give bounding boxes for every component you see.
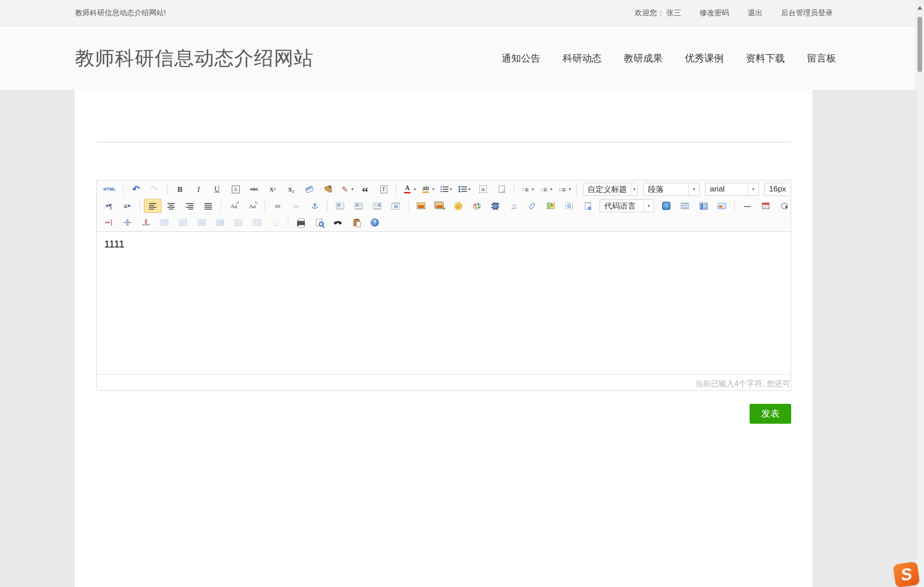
link-button[interactable]: ∞ (269, 199, 286, 213)
direction-rtl-button[interactable]: ≡ (118, 199, 136, 213)
scrollbar[interactable] (916, 0, 924, 587)
insert-map-button[interactable] (542, 199, 559, 213)
google-map-button[interactable]: G (560, 199, 578, 213)
font-size-select[interactable]: 16px (764, 183, 788, 196)
nav-item-downloads[interactable]: 资料下载 (746, 52, 785, 65)
table-delete-row-button[interactable] (137, 216, 155, 229)
search-replace-button[interactable] (329, 216, 347, 229)
font-color-dropdown-icon[interactable]: ▾ (414, 187, 416, 192)
custom-style-select-arrow-icon[interactable]: ▾ (631, 183, 637, 195)
back-color-dropdown-icon[interactable]: ▾ (432, 187, 434, 192)
table-insert-col-button[interactable] (118, 216, 136, 229)
paragraph-select-arrow-icon[interactable]: ▾ (688, 183, 699, 195)
to-uppercase-button[interactable]: Aa (225, 199, 242, 213)
row-spacing-top-dropdown-icon[interactable]: ▾ (532, 187, 534, 192)
line-height-button[interactable]: ≡▾ (555, 182, 573, 196)
back-color-button[interactable]: ab▾ (419, 182, 436, 196)
nav-item-notices[interactable]: 通知公告 (502, 52, 540, 65)
select-all-button[interactable]: a (474, 182, 492, 196)
template-button[interactable] (695, 199, 712, 213)
scrollbar-thumb[interactable] (918, 17, 922, 72)
table-merge-cells-icon (216, 219, 224, 226)
unordered-list-dropdown-icon[interactable]: ▾ (468, 187, 471, 192)
horizontal-rule-button[interactable]: — (738, 199, 756, 213)
scrollbar-up-arrow-icon[interactable] (918, 4, 922, 10)
print-button[interactable] (292, 216, 310, 229)
custom-style-select-value: 自定义标题 (583, 184, 631, 195)
paste-button[interactable] (347, 216, 365, 229)
code-language-select-arrow-icon[interactable]: ▾ (643, 200, 654, 212)
multi-image-button[interactable] (431, 199, 448, 213)
row-spacing-top-button[interactable]: ≡▾ (518, 182, 536, 196)
font-color-button[interactable]: A▾ (400, 182, 418, 196)
blockquote-button[interactable]: “ (356, 182, 374, 196)
anchor-button[interactable]: ⚓ (306, 199, 323, 213)
insert-date-button[interactable] (757, 199, 775, 213)
insert-music-icon: ♫ (509, 201, 519, 211)
format-painter-icon (324, 185, 332, 193)
ordered-list-button[interactable]: ▾ (437, 182, 455, 196)
nav-item-teaching-results[interactable]: 教研成果 (624, 52, 663, 65)
italic-button[interactable]: I (190, 182, 207, 196)
attachment-button[interactable] (523, 199, 541, 213)
align-center-button[interactable] (162, 199, 180, 213)
paragraph-select[interactable]: 段落▾ (643, 183, 700, 196)
row-spacing-bottom-dropdown-icon[interactable]: ▾ (550, 187, 552, 192)
align-right-button[interactable] (181, 199, 198, 213)
insert-code-button[interactable] (657, 199, 675, 213)
insert-video-button[interactable] (486, 199, 504, 213)
help-button[interactable]: ? (366, 216, 384, 229)
editor-content-area[interactable]: 1111 (97, 232, 791, 374)
scrawl-button[interactable] (468, 199, 485, 213)
clear-doc-button[interactable] (493, 182, 510, 196)
change-password-link[interactable]: 修改密码 (700, 8, 729, 18)
insert-music-button[interactable]: ♫ (505, 199, 522, 213)
insert-time-button[interactable] (775, 199, 788, 213)
custom-style-select[interactable]: 自定义标题▾ (583, 183, 638, 196)
to-lowercase-button[interactable]: Aa (243, 199, 261, 213)
image-left-button[interactable] (350, 199, 367, 213)
nav-item-excellent-lessons[interactable]: 优秀课例 (685, 52, 724, 65)
table-insert-row-button[interactable] (100, 216, 118, 229)
nav-item-research-news[interactable]: 科研动态 (563, 52, 602, 65)
paste-plain-button[interactable]: T (375, 182, 392, 196)
image-default-button[interactable] (331, 199, 349, 213)
preview-button[interactable] (310, 216, 328, 229)
strikethrough-button[interactable]: ABC (245, 182, 263, 196)
undo-button[interactable]: ↶ (127, 182, 145, 196)
ordered-list-dropdown-icon[interactable]: ▾ (450, 187, 452, 192)
nav-item-message-board[interactable]: 留言板 (807, 52, 836, 65)
auto-typeset-dropdown-icon[interactable]: ▾ (351, 187, 353, 192)
auto-typeset-button[interactable]: ✎▾ (338, 182, 355, 196)
superscript-button[interactable]: X² (264, 182, 281, 196)
font-border-button[interactable]: A (227, 182, 244, 196)
row-spacing-bottom-button[interactable]: ≡▾ (537, 182, 554, 196)
editor-toolbar: HTML↶↷BIUAABCX²X₂✎▾“TA▾ab▾▾▾a≡▾≡▾≡▾自定义标题… (97, 180, 791, 232)
emotion-button[interactable]: ☺ (449, 199, 467, 213)
source-button[interactable]: HTML (100, 182, 119, 196)
insert-iframe-button[interactable] (579, 199, 596, 213)
direction-ltr-button[interactable]: ¶ (100, 199, 118, 213)
align-left-button[interactable] (144, 199, 161, 213)
baidu-app-button[interactable] (713, 199, 731, 213)
site-header: 教师科研信息动态介绍网站 通知公告 科研动态 教研成果 优秀课例 资料下载 留言… (0, 26, 924, 90)
logout-link[interactable]: 退出 (748, 8, 763, 18)
page-break-button[interactable] (676, 199, 694, 213)
font-family-select[interactable]: arial▾ (705, 183, 759, 196)
publish-button[interactable]: 发表 (750, 404, 791, 424)
underline-button[interactable]: U (208, 182, 226, 196)
unordered-list-button[interactable]: ▾ (456, 182, 473, 196)
align-justify-button[interactable] (199, 199, 217, 213)
remove-format-button[interactable] (301, 182, 318, 196)
bold-button[interactable]: B (171, 182, 189, 196)
insert-image-button[interactable] (412, 199, 430, 213)
toolbar-separator (408, 200, 409, 211)
line-height-dropdown-icon[interactable]: ▾ (569, 187, 571, 192)
image-center-button[interactable] (387, 199, 404, 213)
subscript-button[interactable]: X₂ (282, 182, 300, 196)
admin-login-link[interactable]: 后台管理员登录 (781, 8, 833, 18)
code-language-select[interactable]: 代码语言▾ (600, 199, 654, 212)
font-family-select-arrow-icon[interactable]: ▾ (748, 183, 758, 195)
format-painter-button[interactable] (319, 182, 337, 196)
image-right-button[interactable] (368, 199, 386, 213)
